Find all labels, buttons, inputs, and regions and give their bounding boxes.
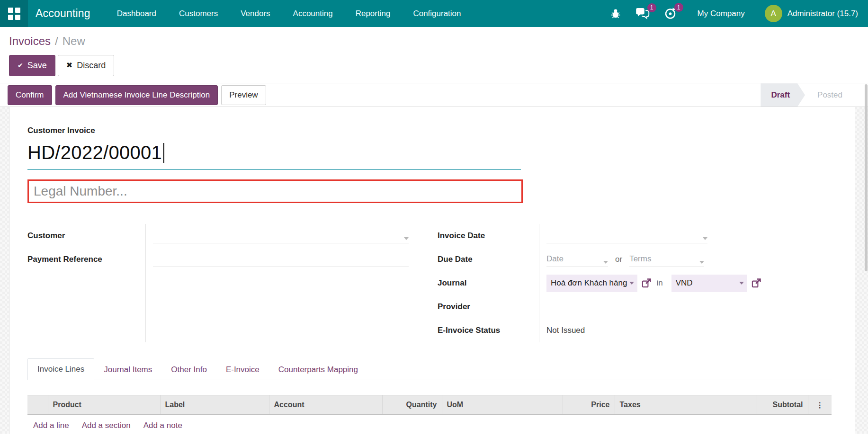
in-label: in [656,278,662,288]
menu-item-reporting[interactable]: Reporting [356,9,391,18]
column-uom: UoM [442,395,563,415]
menu-item-customers[interactable]: Customers [179,9,218,18]
add-line-row: Add a line Add a section Add a note [27,415,832,434]
content-area: Customer Invoice HD/2022/00001 Customer … [0,107,868,434]
due-date-field[interactable]: Date [546,252,608,267]
journal-label: Journal [438,271,539,295]
handle-column-header [27,395,48,415]
save-button[interactable]: ✔ Save [9,55,55,76]
currency-value: VND [676,278,693,288]
invoice-number: HD/2022/00001 [27,142,162,163]
customer-label: Customer [27,224,145,248]
control-panel: Invoices/New ✔ Save ✖ Discard [0,27,868,83]
apps-menu-button[interactable] [0,0,28,27]
apps-grid-icon [8,8,20,20]
chevron-down-icon [699,261,704,264]
tab-journal-items[interactable]: Journal Items [94,359,161,380]
breadcrumb-invoices-link[interactable]: Invoices [9,35,51,47]
breadcrumb-separator: / [55,35,58,47]
check-icon: ✔ [18,61,23,71]
due-date-label: Due Date [438,248,539,271]
menu-item-vendors[interactable]: Vendors [241,9,270,18]
top-navbar: Accounting Dashboard Customers Vendors A… [0,0,868,27]
cross-icon: ✖ [66,60,72,71]
currency-field[interactable]: VND [671,275,747,292]
customer-field[interactable] [153,228,409,243]
chevron-down-icon [739,282,744,285]
discard-button[interactable]: ✖ Discard [58,55,114,76]
tab-other-info[interactable]: Other Info [161,359,216,380]
fields-right-group: Invoice Date Due Date Journal Provider E… [438,224,761,342]
payment-reference-field[interactable] [153,252,409,267]
save-label: Save [27,60,47,71]
chevron-down-icon [629,282,634,285]
einvoice-status-label: E-Invoice Status [438,319,539,342]
einvoice-status-value: Not Issued [546,326,585,335]
invoice-number-input[interactable]: HD/2022/00001 [27,142,521,170]
status-indicator: Draft Posted [761,83,855,107]
journal-external-link-icon[interactable] [642,278,651,288]
document-type-label: Customer Invoice [27,126,855,135]
optional-columns-icon[interactable]: ⋮ [808,395,832,415]
terms-placeholder: Terms [629,254,651,264]
user-menu[interactable]: A Administrator (15.7) [765,5,858,22]
form-action-buttons: ✔ Save ✖ Discard [9,55,868,76]
column-product: Product [48,395,160,415]
debug-bug-icon[interactable] [610,8,621,19]
discard-label: Discard [77,60,106,71]
vertical-scrollbar[interactable] [865,84,868,271]
statusbar-buttons: Confirm Add Vietnamese Invoice Line Desc… [8,85,266,105]
provider-field[interactable] [546,295,761,319]
confirm-button[interactable]: Confirm [8,85,52,105]
tab-counterparts-mapping[interactable]: Counterparts Mapping [269,359,367,380]
invoice-lines-table: Product Label Account Quantity UoM Price… [27,395,832,434]
invoice-form-sheet: Customer Invoice HD/2022/00001 Customer … [9,107,855,434]
add-a-section-link[interactable]: Add a section [82,421,131,430]
column-price: Price [563,395,615,415]
company-switcher[interactable]: My Company [698,9,745,18]
column-subtotal: Subtotal [757,395,808,415]
column-account: Account [269,395,382,415]
messages-icon[interactable]: 1 [635,8,650,20]
state-draft[interactable]: Draft [761,83,805,107]
breadcrumb: Invoices/New [9,34,868,48]
column-quantity: Quantity [382,395,442,415]
preview-button[interactable]: Preview [221,85,266,105]
invoice-date-label: Invoice Date [438,224,539,248]
fields-left-group: Customer Payment Reference [27,224,409,342]
provider-label: Provider [438,295,539,319]
messages-badge: 1 [647,3,656,12]
tab-e-invoice[interactable]: E-Invoice [216,359,269,380]
app-name[interactable]: Accounting [36,7,90,20]
breadcrumb-current: New [63,35,85,47]
journal-value: Hoá đơn Khách hàng [551,278,627,288]
column-label: Label [160,395,269,415]
currency-external-link-icon[interactable] [752,278,761,288]
systray: 1 1 My Company A Administrator (15.7) [596,5,868,22]
avatar: A [765,5,782,22]
notebook-tabs: Invoice Lines Journal Items Other Info E… [27,358,832,380]
activities-icon[interactable]: 1 [664,7,677,20]
form-fields: Customer Payment Reference [27,224,855,342]
legal-number-highlight-box [27,179,523,203]
due-date-placeholder: Date [546,254,564,264]
payment-reference-label: Payment Reference [27,248,145,271]
add-a-line-link[interactable]: Add a line [33,421,69,430]
tab-invoice-lines[interactable]: Invoice Lines [27,358,94,380]
menu-item-accounting[interactable]: Accounting [293,9,333,18]
add-a-note-link[interactable]: Add a note [143,421,182,430]
chevron-down-icon [703,237,707,240]
or-label: or [615,255,622,264]
add-vietnamese-description-button[interactable]: Add Vietnamese Invoice Line Description [55,85,218,105]
state-posted[interactable]: Posted [805,83,855,107]
legal-number-input[interactable] [29,184,521,199]
chevron-down-icon [603,261,608,264]
invoice-date-field[interactable] [546,228,707,243]
menu-item-dashboard[interactable]: Dashboard [117,9,156,18]
main-menu: Dashboard Customers Vendors Accounting R… [117,9,461,18]
menu-item-configuration[interactable]: Configuration [413,9,461,18]
journal-field[interactable]: Hoá đơn Khách hàng [546,275,637,292]
payment-terms-field[interactable]: Terms [629,252,704,267]
table-header-row: Product Label Account Quantity UoM Price… [27,395,832,415]
column-taxes: Taxes [615,395,757,415]
